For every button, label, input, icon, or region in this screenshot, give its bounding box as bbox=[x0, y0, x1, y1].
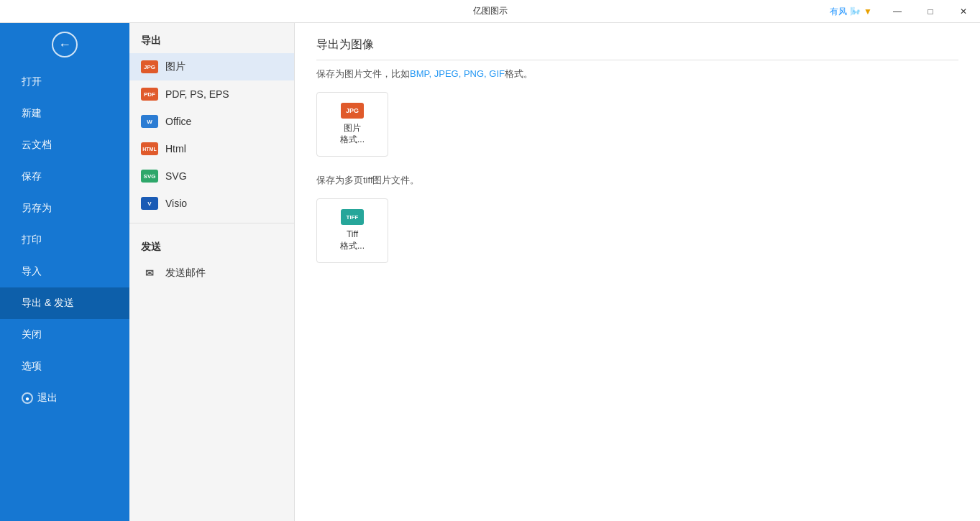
jpg-card-icon: JPG bbox=[341, 103, 364, 119]
tiff-card-icon: TIFF bbox=[341, 209, 364, 225]
minimize-button[interactable]: — bbox=[881, 0, 914, 23]
weather-arrow: ▼ bbox=[864, 6, 872, 17]
jpg-format-card[interactable]: JPG 图片 格式... bbox=[316, 92, 388, 157]
tiff-card-label: Tiff 格式... bbox=[340, 229, 365, 252]
sidebar-item-new[interactable]: 新建 bbox=[0, 98, 129, 129]
restore-button[interactable]: □ bbox=[914, 0, 947, 23]
sidebar-item-import[interactable]: 导入 bbox=[0, 256, 129, 287]
svg-icon: SVG bbox=[141, 170, 158, 183]
exit-icon: ● bbox=[22, 392, 33, 404]
app-body: ← 打开 新建 云文档 保存 另存为 打印 导入 导出 & 发送 关闭 选项 ●… bbox=[0, 23, 980, 521]
weather-icon: 🌬️ bbox=[850, 6, 861, 17]
weather-area: 有风 🌬️ ▼ bbox=[830, 0, 872, 23]
sidebar-item-options[interactable]: 选项 bbox=[0, 351, 129, 382]
sidebar-item-cloud[interactable]: 云文档 bbox=[0, 129, 129, 161]
email-icon: ✉ bbox=[141, 267, 158, 280]
weather-text: 有风 bbox=[830, 6, 847, 18]
mid-item-office[interactable]: W Office bbox=[129, 108, 294, 135]
mid-divider bbox=[129, 223, 294, 223]
send-section-header: 发送 bbox=[129, 229, 294, 259]
close-button[interactable]: ✕ bbox=[947, 0, 980, 23]
content-title: 导出为图像 bbox=[316, 37, 958, 60]
pdf-icon: PDF bbox=[141, 88, 158, 101]
sidebar-item-exit[interactable]: ● 退出 bbox=[0, 382, 129, 414]
image-desc: 保存为图片文件，比如BMP, JPEG, PNG, GIF格式。 bbox=[316, 68, 958, 80]
tiff-desc: 保存为多页tiff图片文件。 bbox=[316, 174, 958, 187]
jpg-icon: JPG bbox=[141, 60, 158, 73]
content-panel: 导出为图像 保存为图片文件，比如BMP, JPEG, PNG, GIF格式。 J… bbox=[295, 23, 980, 521]
window-controls: — □ ✕ bbox=[881, 0, 980, 22]
mid-item-svg[interactable]: SVG SVG bbox=[129, 162, 294, 190]
image-formats-highlight: BMP, JPEG, PNG, GIF bbox=[410, 68, 505, 79]
mid-item-image[interactable]: JPG 图片 bbox=[129, 53, 294, 80]
sidebar-item-save[interactable]: 保存 bbox=[0, 161, 129, 193]
title-bar: 亿图图示 有风 🌬️ ▼ — □ ✕ bbox=[0, 0, 980, 23]
sidebar-item-print[interactable]: 打印 bbox=[0, 224, 129, 256]
html-icon: HTML bbox=[141, 142, 158, 155]
tiff-format-card[interactable]: TIFF Tiff 格式... bbox=[316, 198, 388, 263]
sidebar-item-close[interactable]: 关闭 bbox=[0, 319, 129, 351]
sidebar-item-open[interactable]: 打开 bbox=[0, 66, 129, 98]
jpg-card-label: 图片 格式... bbox=[340, 123, 365, 145]
visio-icon: V bbox=[141, 197, 158, 210]
mid-item-html[interactable]: HTML Html bbox=[129, 135, 294, 162]
sidebar-item-saveas[interactable]: 另存为 bbox=[0, 193, 129, 224]
back-button[interactable]: ← bbox=[0, 23, 129, 66]
app-title: 亿图图示 bbox=[473, 5, 508, 17]
image-cards: JPG 图片 格式... bbox=[316, 92, 958, 157]
mid-item-visio[interactable]: V Visio bbox=[129, 190, 294, 217]
mid-item-email[interactable]: ✉ 发送邮件 bbox=[129, 259, 294, 287]
export-section-header: 导出 bbox=[129, 23, 294, 53]
back-circle-icon: ← bbox=[52, 32, 78, 57]
sidebar-item-export[interactable]: 导出 & 发送 bbox=[0, 287, 129, 319]
mid-item-pdf[interactable]: PDF PDF, PS, EPS bbox=[129, 80, 294, 108]
sidebar-mid: 导出 JPG 图片 PDF PDF, PS, EPS W Office HTML… bbox=[129, 23, 295, 521]
office-icon: W bbox=[141, 115, 158, 128]
sidebar-left: ← 打开 新建 云文档 保存 另存为 打印 导入 导出 & 发送 关闭 选项 ●… bbox=[0, 23, 129, 521]
tiff-cards: TIFF Tiff 格式... bbox=[316, 198, 958, 263]
